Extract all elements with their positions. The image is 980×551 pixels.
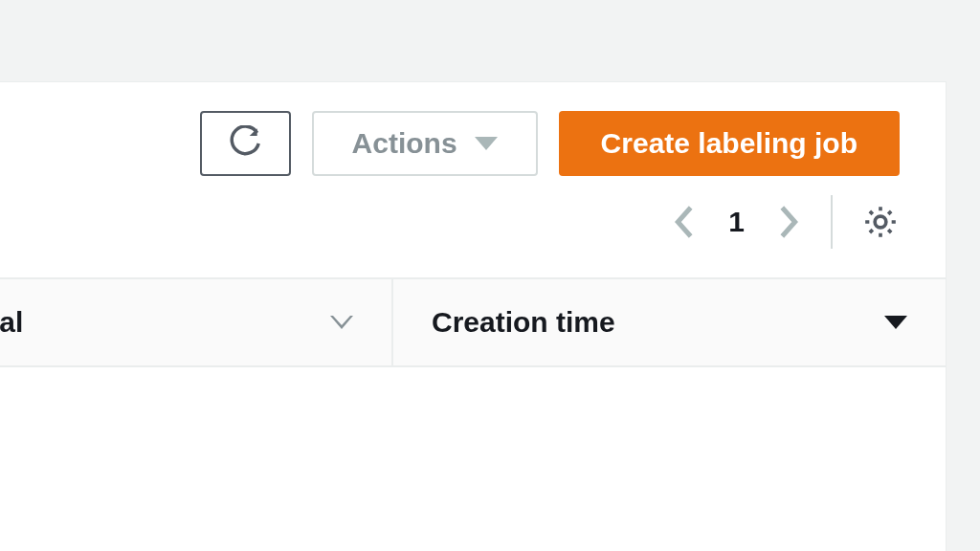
gear-icon <box>861 203 900 241</box>
chevron-right-icon <box>775 203 802 241</box>
divider <box>831 195 833 249</box>
create-label: Create labeling job <box>601 127 858 160</box>
page-number: 1 <box>723 206 750 238</box>
chevron-left-icon <box>671 203 698 241</box>
column-header-total[interactable]: otal <box>0 279 393 365</box>
toolbar: Actions Create labeling job <box>0 82 946 186</box>
column-label: otal <box>0 306 23 339</box>
table-header-row: otal Creation time <box>0 277 946 367</box>
sort-desc-icon <box>884 316 907 329</box>
actions-dropdown[interactable]: Actions <box>312 111 538 176</box>
refresh-icon <box>227 125 263 162</box>
column-label: Creation time <box>432 306 615 339</box>
actions-label: Actions <box>352 127 457 160</box>
next-page-button[interactable] <box>775 203 802 241</box>
caret-down-icon <box>475 137 498 150</box>
sort-icon <box>330 316 353 329</box>
content-panel: Actions Create labeling job 1 otal Crea <box>0 81 947 551</box>
prev-page-button[interactable] <box>671 203 698 241</box>
pagination-bar: 1 <box>0 186 946 277</box>
create-labeling-job-button[interactable]: Create labeling job <box>559 111 900 176</box>
column-header-creation-time[interactable]: Creation time <box>393 279 946 365</box>
svg-point-0 <box>875 216 886 228</box>
refresh-button[interactable] <box>200 111 291 176</box>
settings-button[interactable] <box>861 203 900 241</box>
